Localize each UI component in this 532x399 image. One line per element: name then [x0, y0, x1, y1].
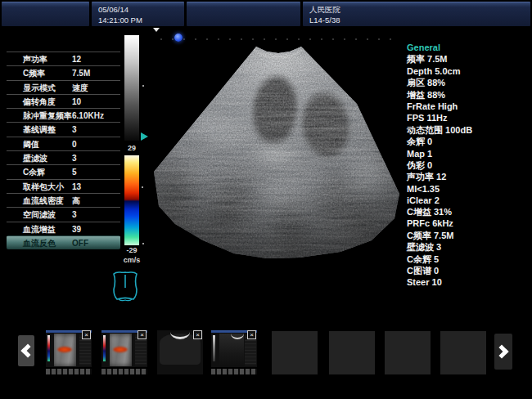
- thumb-colorbar: [103, 335, 106, 361]
- param-line: C余辉 5: [407, 253, 530, 265]
- param-line: FrRate High: [407, 101, 530, 112]
- thumb-filmstrip: [211, 369, 257, 374]
- param-row-threshold[interactable]: 阈值0: [7, 137, 120, 150]
- param-line: iClear 2: [407, 195, 530, 206]
- param-row-c-frequency[interactable]: C频率7.5M: [7, 65, 120, 79]
- param-line: 频率 7.5M: [407, 53, 530, 65]
- topbar-segment-empty-left: [2, 2, 89, 26]
- param-line: Depth 5.0cm: [407, 65, 530, 77]
- param-line: 余辉 0: [407, 136, 530, 147]
- active-indicator-dot: [174, 34, 183, 42]
- thumb-filmstrip: [46, 369, 92, 374]
- filmstrip-prev-button[interactable]: [18, 335, 34, 366]
- param-row-steer-angle[interactable]: 偏转角度10: [7, 94, 120, 108]
- param-line: MI<1.35: [407, 183, 530, 195]
- param-row-baseline[interactable]: 基线调整3: [7, 122, 120, 136]
- velocity-min-label: -29: [119, 246, 144, 254]
- param-row-c-persistence[interactable]: C余辉5: [7, 164, 120, 178]
- thumb-filmstrip: [101, 369, 147, 374]
- param-line: 扇区 88%: [407, 77, 530, 88]
- param-row-flow-invert-selected[interactable]: 血流反色OFF: [7, 235, 120, 249]
- param-row-spatial-filter[interactable]: 空间滤波3: [7, 207, 120, 221]
- thumbnail-probe-shape[interactable]: ×: [157, 330, 203, 374]
- param-row-flow-gain[interactable]: 血流增益39: [7, 222, 120, 235]
- topbar-datetime: 05/06/14 14:21:00 PM: [92, 2, 184, 26]
- param-line: 伪彩 0: [407, 159, 530, 171]
- thumbnail-doppler-1[interactable]: ×: [46, 330, 92, 374]
- close-icon[interactable]: ×: [247, 330, 256, 339]
- topbar-hospital-probe: 人民医院 L14-5/38: [303, 2, 530, 26]
- image-vignette: [152, 34, 403, 262]
- velocity-unit-label: cm/s: [119, 256, 144, 264]
- close-icon[interactable]: ×: [82, 330, 91, 339]
- param-row-prf[interactable]: 脉冲重复频率6.10KHz: [7, 108, 120, 122]
- thumb-colorbar: [47, 335, 50, 361]
- param-line: 声功率 12: [407, 171, 530, 182]
- param-line: 增益 88%: [407, 89, 530, 101]
- empty-thumbnail-slot: [272, 331, 318, 374]
- doppler-color-bar: [124, 155, 139, 245]
- general-params-panel: General 频率 7.5M Depth 5.0cm 扇区 88% 增益 88…: [407, 42, 530, 207]
- topbar-segment-empty-mid: [187, 2, 300, 26]
- empty-thumbnail-slot: [440, 331, 486, 374]
- param-row-display-mode[interactable]: 显示模式速度: [7, 80, 120, 94]
- param-line: C图谱 0: [407, 265, 530, 276]
- doppler-flow-patch: [57, 347, 72, 352]
- doppler-flow-patch: [113, 347, 128, 352]
- param-line: Map 1: [407, 148, 530, 159]
- param-line: C频率 7.5M: [407, 230, 530, 241]
- empty-thumbnail-slot: [329, 331, 375, 374]
- param-line: Steer 10: [407, 276, 530, 288]
- param-line: 壁滤波 3: [407, 241, 530, 253]
- parameter-menu: 声功率12 C频率7.5M 显示模式速度 偏转角度10 脉冲重复频率6.10KH…: [7, 52, 120, 249]
- thumb-graybar: [213, 335, 215, 361]
- velocity-max-label: 29: [119, 144, 144, 152]
- chevron-right-icon: [495, 345, 509, 359]
- colorbar-marker-dot: [142, 186, 143, 188]
- chevron-left-icon: [21, 344, 35, 358]
- close-icon[interactable]: ×: [193, 330, 202, 339]
- empty-thumbnail-slot: [385, 331, 431, 374]
- param-row-acoustic-power[interactable]: 声功率12: [7, 52, 120, 65]
- body-marker-icon[interactable]: [110, 268, 141, 306]
- param-row-packet-size[interactable]: 取样包大小13: [7, 179, 120, 193]
- ultrasound-image[interactable]: [152, 34, 403, 262]
- ultrasound-app: { "topbar": { "datetime": "05/06/14\n14:…: [0, 0, 532, 399]
- param-line: PRFc 6kHz: [407, 217, 530, 229]
- param-row-wall-filter[interactable]: 壁滤波3: [7, 150, 120, 164]
- thumbnail-bmode[interactable]: ×: [211, 330, 257, 374]
- focus-marker-icon: [153, 28, 160, 32]
- general-title: General: [407, 42, 530, 53]
- color-params-panel: C增益 31% PRFc 6kHz C频率 7.5M 壁滤波 3 C余辉 5 C…: [407, 206, 530, 289]
- gain-marker-icon: [141, 132, 148, 141]
- horizontal-ruler: [160, 38, 394, 40]
- param-line: 动态范围 100dB: [407, 124, 530, 136]
- param-line: C增益 31%: [407, 206, 530, 217]
- colorbar-marker-dot2: [142, 243, 144, 244]
- thumbnail-doppler-2[interactable]: ×: [101, 330, 147, 374]
- graybar-marker-dot: [142, 85, 144, 87]
- close-icon[interactable]: ×: [138, 330, 147, 339]
- param-row-line-density[interactable]: 血流线密度高: [7, 193, 120, 207]
- filmstrip-next-button[interactable]: [494, 334, 512, 370]
- grayscale-bar: [124, 35, 139, 141]
- param-line: FPS 11Hz: [407, 112, 530, 123]
